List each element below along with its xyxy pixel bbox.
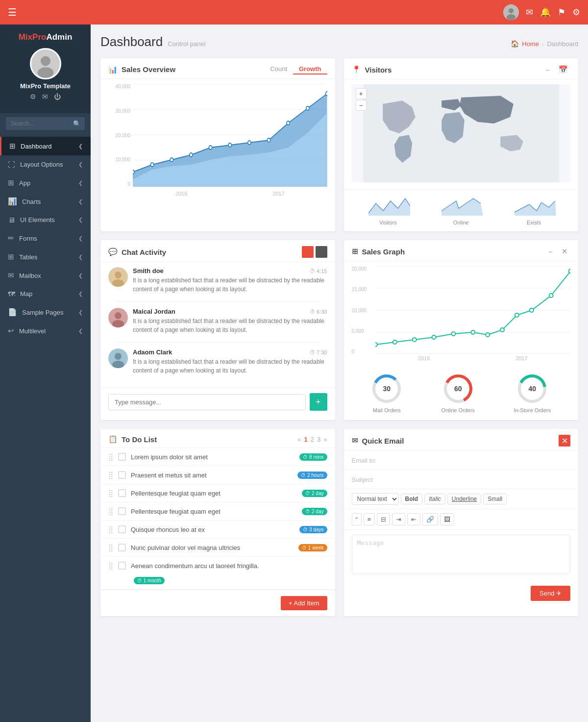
sidebar-item-sample-pages[interactable]: 📄 Sample Pages ❮ (0, 303, 91, 322)
chat-header: 💬 Chat Activity (100, 240, 335, 262)
todo-checkbox[interactable] (118, 489, 126, 497)
todo-page-3[interactable]: 3 (317, 436, 320, 443)
breadcrumb-home[interactable]: Home (522, 40, 539, 48)
sidebar-item-map[interactable]: 🗺 Map ❮ (0, 285, 91, 303)
drag-handle[interactable]: ⣿ (108, 471, 113, 479)
main-content: Dashboard Control panel 🏠 Home › Dashboa… (91, 25, 588, 722)
instore-orders-label: In-Store Orders (514, 407, 551, 413)
email-format-select[interactable]: Normal text (352, 493, 399, 505)
italic-button[interactable]: Italic (424, 494, 445, 504)
bold-button[interactable]: Bold (401, 494, 423, 504)
email-subject-input[interactable] (352, 476, 571, 483)
todo-checkbox[interactable] (118, 471, 126, 479)
sidebar-item-charts[interactable]: 📊 Charts ❮ (0, 192, 91, 211)
sales-metrics: 30 Mail Orders 60 Online Orders (344, 368, 579, 420)
sidebar-item-ui-elements[interactable]: 🖥 UI Elements ❮ (0, 211, 91, 229)
todo-checkbox[interactable] (118, 562, 126, 570)
todo-page-2[interactable]: 2 (311, 436, 314, 443)
todo-checkbox[interactable] (118, 453, 126, 461)
sidebar-item-multilevel[interactable]: ↩ Multilevel ❮ (0, 322, 91, 340)
link-button[interactable]: 🔗 (422, 513, 438, 525)
sg-minimize-button[interactable]: − (546, 247, 555, 257)
chat-btn-dark[interactable] (316, 246, 327, 258)
email-icon-toolbar: “ ≡ ⊟ ⇥ ⇤ 🔗 🖼 (344, 509, 579, 530)
drag-handle[interactable]: ⣿ (108, 525, 113, 533)
chart-xaxis: 2016 2017 (133, 191, 327, 197)
svg-point-19 (287, 121, 290, 125)
email-format-toolbar: Normal text Bold Italic Underline Small (344, 489, 579, 509)
calendar-button[interactable]: 📅 (556, 64, 570, 75)
forms-icon: ✏ (8, 234, 14, 243)
todo-page-1[interactable]: 1 (304, 436, 308, 443)
todo-checkbox[interactable] (118, 507, 126, 515)
send-button[interactable]: Send ✈ (531, 586, 570, 601)
sg-close-button[interactable]: ✕ (559, 246, 570, 257)
underline-button[interactable]: Underline (447, 494, 481, 504)
chat-btn-red[interactable] (302, 246, 314, 258)
todo-text: Lorem ipsum dolor sit amet (131, 453, 294, 461)
email-message-textarea[interactable] (352, 535, 571, 574)
todo-checkbox[interactable] (118, 525, 126, 533)
svg-point-27 (115, 272, 122, 278)
drag-handle[interactable]: ⣿ (108, 507, 113, 515)
svg-point-14 (190, 153, 193, 157)
sidebar-item-mailbox[interactable]: ✉ Mailbox ❮ (0, 266, 91, 285)
todo-checkbox[interactable] (118, 544, 126, 551)
tab-growth[interactable]: Growth (293, 64, 327, 75)
todo-list: ⣿ Lorem ipsum dolor sit amet ⏱ 8 mins ⣿ … (100, 448, 335, 590)
quick-email-close-button[interactable]: ✕ (559, 435, 570, 447)
email-to-input[interactable] (352, 457, 571, 464)
envelope-icon[interactable]: ✉ (42, 93, 48, 100)
add-item-button[interactable]: + Add Item (281, 596, 327, 610)
flag-icon[interactable]: ⚑ (558, 7, 565, 18)
drag-handle[interactable]: ⣿ (108, 489, 113, 497)
hamburger-icon[interactable]: ☰ (8, 6, 17, 18)
blockquote-button[interactable]: “ (352, 513, 362, 525)
sidebar-item-forms[interactable]: ✏ Forms ❮ (0, 229, 91, 248)
chat-text: It is a long established fact that a rea… (133, 357, 327, 375)
chat-send-button[interactable]: + (310, 393, 327, 411)
user-avatar-top[interactable] (503, 4, 519, 20)
nav-arrow: ❮ (78, 328, 83, 334)
settings-icon[interactable]: ⚙ (572, 7, 580, 18)
list-ol-button[interactable]: ⊟ (377, 513, 390, 525)
instore-orders-donut: 40 (516, 373, 548, 404)
chat-avatar (108, 308, 128, 327)
minimize-button[interactable]: − (543, 65, 552, 75)
chat-input[interactable] (108, 394, 306, 410)
nav-arrow: ❮ (78, 273, 83, 279)
sales-graph-header: ⊞ Sales Graph − ✕ (344, 240, 579, 261)
sales-overview-card: 📊 Sales Overview Count Growth 40,000 30,… (100, 58, 335, 231)
drag-handle[interactable]: ⣿ (108, 453, 113, 461)
todo-badge: ⏱ 2 hours (297, 472, 327, 479)
small-button[interactable]: Small (483, 494, 507, 504)
visitors-actions: − 📅 (543, 64, 570, 75)
zoom-out-button[interactable]: − (356, 100, 367, 111)
indent-button[interactable]: ⇥ (392, 513, 405, 525)
outdent-button[interactable]: ⇤ (407, 513, 420, 525)
list-ul-button[interactable]: ≡ (364, 513, 375, 525)
todo-badge: ⏱ 8 mins (299, 453, 327, 461)
sidebar-item-app[interactable]: ⊞ App ❮ (0, 174, 91, 192)
image-button[interactable]: 🖼 (440, 513, 454, 525)
svg-point-21 (325, 92, 327, 96)
todo-badge: ⏱ 3 days (299, 526, 327, 533)
bell-icon[interactable]: 🔔 (540, 7, 551, 18)
sidebar-item-dashboard[interactable]: ⊞ Dashboard ❮ (0, 137, 91, 155)
sidebar-item-tables[interactable]: ⊞ Tables ❮ (0, 248, 91, 266)
drag-handle[interactable]: ⣿ (108, 562, 113, 570)
todo-next[interactable]: » (323, 436, 327, 443)
sidebar-item-layout[interactable]: ⛶ Layout Options ❮ (0, 155, 91, 174)
drag-handle[interactable]: ⣿ (108, 544, 113, 551)
multilevel-icon: ↩ (8, 326, 14, 335)
mail-icon[interactable]: ✉ (526, 7, 533, 18)
todo-prev[interactable]: « (297, 436, 301, 443)
svg-point-16 (228, 143, 231, 147)
power-icon[interactable]: ⏻ (54, 93, 61, 100)
nav-arrow: ❮ (78, 199, 83, 205)
tab-count[interactable]: Count (264, 64, 293, 75)
chart-yaxis: 40,000 30,000 20,000 10,000 0 (108, 84, 130, 187)
gear-icon[interactable]: ⚙ (30, 93, 36, 100)
zoom-in-button[interactable]: + (356, 88, 367, 99)
chat-messages: Smith doe ⏱ 4:15 It is a long establishe… (100, 262, 335, 388)
